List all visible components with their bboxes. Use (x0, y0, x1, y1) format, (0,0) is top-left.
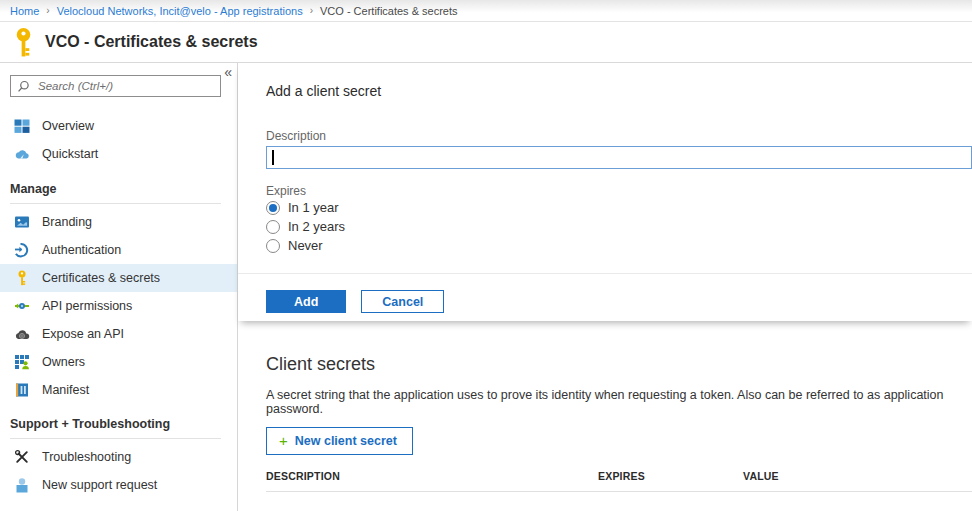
sidebar-item-overview[interactable]: Overview (0, 112, 237, 140)
sidebar-item-label: New support request (42, 478, 157, 492)
key-icon (14, 270, 30, 286)
sidebar-item-label: Certificates & secrets (42, 271, 160, 285)
sidebar-item-new-support-request[interactable]: New support request (0, 471, 237, 499)
breadcrumb-app-registrations[interactable]: Velocloud Networks, Incit@velo - App reg… (57, 5, 303, 17)
description-input[interactable] (266, 146, 972, 169)
sidebar-item-troubleshooting[interactable]: Troubleshooting (0, 443, 237, 471)
azure-portal-page: Home › Velocloud Networks, Incit@velo - … (0, 0, 972, 511)
sidebar-item-owners[interactable]: Owners (0, 348, 237, 376)
overview-icon (14, 118, 30, 134)
dialog-divider (238, 273, 972, 274)
sidebar-item-certificates-secrets[interactable]: Certificates & secrets (0, 264, 237, 292)
radio-icon[interactable] (266, 239, 280, 253)
sidebar-nav: Overview Quickstart Manage (0, 112, 237, 499)
expires-option-1-year[interactable]: In 1 year (266, 198, 972, 217)
sidebar-item-api-permissions[interactable]: API permissions (0, 292, 237, 320)
client-secrets-description: A secret string that the application use… (266, 388, 972, 416)
manifest-icon (14, 382, 30, 398)
cancel-button[interactable]: Cancel (361, 290, 444, 313)
client-secrets-section: Client secrets A secret string that the … (238, 321, 972, 511)
radio-icon[interactable] (266, 220, 280, 234)
page-title: VCO - Certificates & secrets (45, 33, 258, 51)
sidebar: « Overview (0, 63, 238, 511)
sidebar-item-label: Overview (42, 119, 94, 133)
troubleshooting-icon (14, 449, 30, 465)
search-icon (17, 80, 30, 93)
support-person-icon (14, 477, 30, 493)
branding-icon (14, 214, 30, 230)
sidebar-item-label: Quickstart (42, 147, 98, 161)
sidebar-item-label: Owners (42, 355, 85, 369)
sidebar-group-support: Support + Troubleshooting (10, 417, 221, 439)
radio-label: Never (288, 238, 323, 253)
add-client-secret-panel: Add a client secret Description Expires … (238, 63, 972, 321)
text-caret (272, 150, 274, 165)
search-input[interactable] (36, 79, 214, 93)
expires-option-2-years[interactable]: In 2 years (266, 217, 972, 236)
column-description: DESCRIPTION (266, 470, 598, 482)
breadcrumb: Home › Velocloud Networks, Incit@velo - … (0, 0, 972, 22)
radio-label: In 2 years (288, 219, 345, 234)
sidebar-group-manage: Manage (10, 182, 221, 204)
sidebar-item-label: Troubleshooting (42, 450, 131, 464)
owners-icon (14, 354, 30, 370)
dialog-title: Add a client secret (266, 63, 972, 99)
authentication-icon (14, 242, 30, 258)
client-secrets-title: Client secrets (266, 354, 972, 375)
sidebar-item-label: API permissions (42, 299, 132, 313)
page-header: VCO - Certificates & secrets (0, 22, 972, 63)
new-client-secret-button[interactable]: + New client secret (266, 427, 413, 455)
sidebar-item-label: Manifest (42, 383, 89, 397)
expires-option-never[interactable]: Never (266, 236, 972, 255)
column-expires: EXPIRES (598, 470, 743, 482)
plus-icon: + (279, 433, 288, 448)
sidebar-search[interactable] (10, 75, 221, 97)
breadcrumb-current: VCO - Certificates & secrets (320, 5, 458, 17)
radio-label: In 1 year (288, 200, 339, 215)
sidebar-item-authentication[interactable]: Authentication (0, 236, 237, 264)
key-icon (13, 27, 34, 58)
add-button[interactable]: Add (266, 290, 346, 313)
radio-selected-icon[interactable] (266, 201, 280, 215)
expires-label: Expires (266, 184, 972, 198)
sidebar-item-quickstart[interactable]: Quickstart (0, 140, 237, 168)
sidebar-item-label: Expose an API (42, 327, 124, 341)
api-permissions-icon (14, 298, 30, 314)
sidebar-item-label: Authentication (42, 243, 121, 257)
new-client-secret-label: New client secret (295, 434, 397, 448)
breadcrumb-separator: › (310, 5, 313, 16)
description-label: Description (266, 129, 972, 143)
breadcrumb-separator: › (46, 5, 49, 16)
secrets-table-header: DESCRIPTION EXPIRES VALUE (266, 470, 972, 492)
sidebar-item-label: Branding (42, 215, 92, 229)
column-value: VALUE (743, 470, 972, 482)
breadcrumb-home[interactable]: Home (10, 5, 39, 17)
quickstart-icon (14, 146, 30, 162)
sidebar-item-manifest[interactable]: Manifest (0, 376, 237, 404)
sidebar-item-expose-api[interactable]: Expose an API (0, 320, 237, 348)
expose-api-icon (14, 326, 30, 342)
sidebar-collapse-button[interactable]: « (224, 65, 232, 79)
sidebar-item-branding[interactable]: Branding (0, 208, 237, 236)
main-content: Add a client secret Description Expires … (238, 63, 972, 511)
